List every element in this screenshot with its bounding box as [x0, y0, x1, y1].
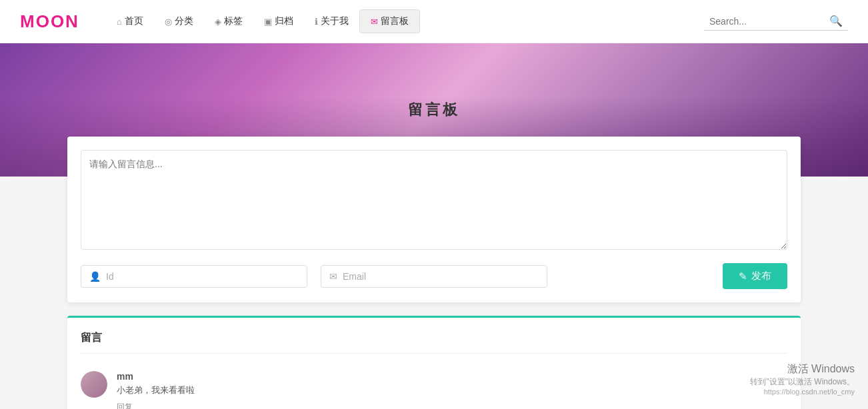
- page-title: 留言板: [408, 100, 460, 120]
- comment-author: mm: [117, 371, 787, 382]
- nav-label-guestbook: 留言板: [381, 15, 409, 27]
- home-icon: ⌂: [117, 17, 122, 27]
- search-input[interactable]: [709, 16, 829, 27]
- message-form: 👤 ✉ ✎ 发布: [67, 137, 801, 302]
- main-content: 👤 ✉ ✎ 发布 留言 mm 小老弟，我来看看啦 回复: [54, 137, 814, 409]
- user-icon: 👤: [89, 271, 101, 282]
- tag-icon: ◈: [215, 17, 221, 27]
- search-button[interactable]: 🔍: [829, 15, 843, 27]
- comment-text: 小老弟，我来看看啦: [117, 384, 787, 396]
- nav-label-tags: 标签: [224, 15, 243, 27]
- email-input[interactable]: [343, 271, 539, 282]
- nav-menu: ⌂ 首页 ◎ 分类 ◈ 标签 ▣ 归档 ℹ 关于我 ✉ 留言板: [106, 9, 704, 33]
- id-input-group: 👤: [81, 265, 307, 288]
- message-textarea[interactable]: [81, 150, 787, 250]
- watermark-line2: 转到"设置"以激活 Windows。: [750, 376, 855, 388]
- submit-button[interactable]: ✎ 发布: [723, 263, 787, 289]
- comments-section: 留言 mm 小老弟，我来看看啦 回复 dd 哦哟 回复: [67, 316, 801, 409]
- category-icon: ◎: [165, 17, 172, 27]
- comment-item: mm 小老弟，我来看看啦 回复: [81, 364, 787, 409]
- email-input-group: ✉: [321, 265, 547, 288]
- navbar: MOON ⌂ 首页 ◎ 分类 ◈ 标签 ▣ 归档 ℹ 关于我 ✉ 留言板 🔍: [0, 0, 868, 43]
- submit-label: 发布: [751, 270, 771, 282]
- watermark-line3: https://blog.csdn.net/lo_cmy: [750, 388, 855, 396]
- nav-item-home[interactable]: ⌂ 首页: [106, 10, 154, 33]
- comment-body: mm 小老弟，我来看看啦 回复: [117, 371, 787, 409]
- nav-item-archive[interactable]: ▣ 归档: [253, 10, 304, 33]
- id-input[interactable]: [106, 271, 299, 282]
- nav-label-category: 分类: [175, 15, 193, 27]
- avatar: [81, 371, 107, 398]
- nav-label-archive: 归档: [275, 15, 293, 27]
- nav-item-guestbook[interactable]: ✉ 留言板: [359, 9, 420, 33]
- comments-title: 留言: [81, 331, 787, 354]
- search-icon: 🔍: [829, 15, 843, 27]
- info-icon: ℹ: [315, 17, 318, 27]
- nav-label-about: 关于我: [321, 15, 349, 27]
- windows-watermark: 激活 Windows 转到"设置"以激活 Windows。 https://bl…: [750, 362, 855, 396]
- guestbook-icon: ✉: [371, 17, 378, 27]
- nav-item-about[interactable]: ℹ 关于我: [304, 10, 359, 33]
- archive-icon: ▣: [264, 17, 272, 27]
- site-logo[interactable]: MOON: [20, 11, 79, 32]
- nav-label-home: 首页: [125, 15, 143, 27]
- form-inputs-row: 👤 ✉ ✎ 发布: [81, 263, 787, 289]
- edit-icon: ✎: [739, 270, 747, 282]
- nav-item-category[interactable]: ◎ 分类: [154, 10, 204, 33]
- email-icon: ✉: [329, 271, 337, 282]
- watermark-line1: 激活 Windows: [750, 362, 855, 376]
- search-bar: 🔍: [704, 12, 848, 31]
- nav-item-tags[interactable]: ◈ 标签: [204, 10, 253, 33]
- avatar-image: [81, 371, 107, 398]
- reply-button[interactable]: 回复: [117, 402, 133, 409]
